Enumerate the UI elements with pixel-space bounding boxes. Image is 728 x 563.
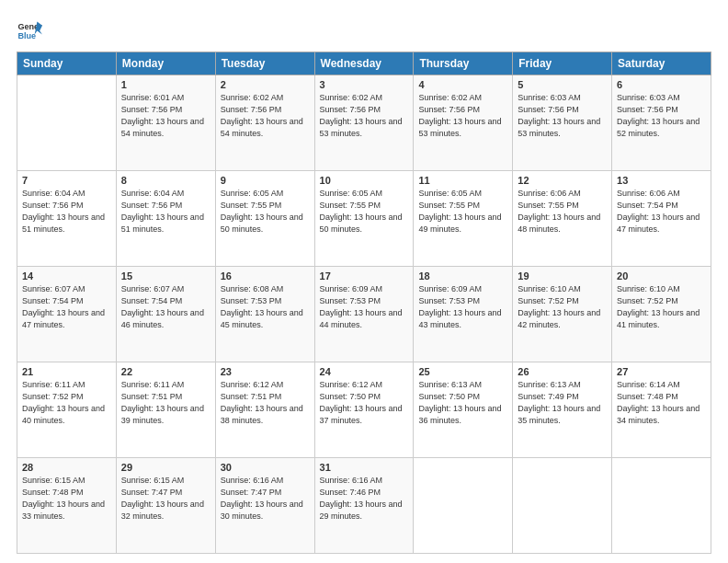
day-info: Sunrise: 6:07 AM Sunset: 7:54 PM Dayligh… — [121, 283, 210, 331]
day-number: 2 — [221, 79, 310, 90]
day-info: Sunrise: 6:16 AM Sunset: 7:46 PM Dayligh… — [320, 475, 409, 523]
day-info: Sunrise: 6:16 AM Sunset: 7:47 PM Dayligh… — [221, 475, 310, 523]
weekday-header: Saturday — [612, 52, 711, 75]
day-number: 25 — [418, 366, 507, 377]
calendar-cell: 19 Sunrise: 6:10 AM Sunset: 7:52 PM Dayl… — [513, 267, 612, 362]
calendar-cell: 7 Sunrise: 6:04 AM Sunset: 7:56 PM Dayli… — [17, 171, 117, 267]
day-info: Sunrise: 6:09 AM Sunset: 7:53 PM Dayligh… — [320, 283, 409, 331]
calendar-cell: 12 Sunrise: 6:06 AM Sunset: 7:55 PM Dayl… — [513, 171, 612, 267]
calendar-cell: 23 Sunrise: 6:12 AM Sunset: 7:51 PM Dayl… — [215, 362, 314, 458]
calendar-cell: 16 Sunrise: 6:08 AM Sunset: 7:53 PM Dayl… — [215, 267, 314, 362]
day-number: 17 — [320, 270, 409, 282]
day-number: 6 — [617, 79, 706, 90]
day-info: Sunrise: 6:11 AM Sunset: 7:52 PM Dayligh… — [22, 379, 111, 427]
day-number: 11 — [418, 175, 507, 186]
calendar-cell: 5 Sunrise: 6:03 AM Sunset: 7:56 PM Dayli… — [513, 75, 612, 171]
day-info: Sunrise: 6:12 AM Sunset: 7:50 PM Dayligh… — [320, 379, 409, 427]
day-number: 31 — [320, 462, 409, 473]
calendar-cell — [17, 75, 117, 171]
calendar-cell: 24 Sunrise: 6:12 AM Sunset: 7:50 PM Dayl… — [314, 362, 414, 458]
calendar-cell: 2 Sunrise: 6:02 AM Sunset: 7:56 PM Dayli… — [215, 75, 314, 171]
calendar-cell: 1 Sunrise: 6:01 AM Sunset: 7:56 PM Dayli… — [116, 75, 215, 171]
day-number: 19 — [518, 270, 607, 282]
calendar-cell: 8 Sunrise: 6:04 AM Sunset: 7:56 PM Dayli… — [116, 171, 215, 267]
day-number: 8 — [121, 175, 210, 186]
day-info: Sunrise: 6:12 AM Sunset: 7:51 PM Dayligh… — [221, 379, 310, 427]
day-info: Sunrise: 6:03 AM Sunset: 7:56 PM Dayligh… — [617, 92, 706, 140]
day-info: Sunrise: 6:14 AM Sunset: 7:48 PM Dayligh… — [617, 379, 706, 427]
day-info: Sunrise: 6:01 AM Sunset: 7:56 PM Dayligh… — [121, 92, 210, 140]
calendar-cell: 11 Sunrise: 6:05 AM Sunset: 7:55 PM Dayl… — [414, 171, 513, 267]
logo: General Blue — [17, 17, 46, 42]
calendar-cell: 26 Sunrise: 6:13 AM Sunset: 7:49 PM Dayl… — [513, 362, 612, 458]
day-number: 16 — [221, 270, 310, 282]
day-info: Sunrise: 6:02 AM Sunset: 7:56 PM Dayligh… — [221, 92, 310, 140]
page: General Blue SundayMondayTuesdayWednesda… — [0, 0, 728, 563]
weekday-header: Monday — [116, 52, 215, 75]
day-number: 21 — [22, 366, 111, 377]
day-number: 22 — [121, 366, 210, 377]
day-number: 13 — [617, 175, 706, 186]
day-info: Sunrise: 6:08 AM Sunset: 7:53 PM Dayligh… — [221, 283, 310, 331]
day-info: Sunrise: 6:11 AM Sunset: 7:51 PM Dayligh… — [121, 379, 210, 427]
weekday-header: Tuesday — [215, 52, 314, 75]
calendar-cell: 9 Sunrise: 6:05 AM Sunset: 7:55 PM Dayli… — [215, 171, 314, 267]
calendar-week-row: 14 Sunrise: 6:07 AM Sunset: 7:54 PM Dayl… — [17, 267, 711, 362]
day-number: 27 — [617, 366, 706, 377]
calendar-week-row: 21 Sunrise: 6:11 AM Sunset: 7:52 PM Dayl… — [17, 362, 711, 458]
day-number: 29 — [121, 462, 210, 473]
day-info: Sunrise: 6:02 AM Sunset: 7:56 PM Dayligh… — [320, 92, 409, 140]
day-info: Sunrise: 6:04 AM Sunset: 7:56 PM Dayligh… — [121, 188, 210, 236]
day-number: 9 — [221, 175, 310, 186]
day-info: Sunrise: 6:07 AM Sunset: 7:54 PM Dayligh… — [22, 283, 111, 331]
day-info: Sunrise: 6:03 AM Sunset: 7:56 PM Dayligh… — [518, 92, 607, 140]
calendar-cell — [612, 458, 711, 554]
weekday-header: Sunday — [17, 52, 117, 75]
day-info: Sunrise: 6:09 AM Sunset: 7:53 PM Dayligh… — [418, 283, 507, 331]
day-number: 28 — [22, 462, 111, 473]
day-info: Sunrise: 6:06 AM Sunset: 7:54 PM Dayligh… — [617, 188, 706, 236]
day-number: 24 — [320, 366, 409, 377]
calendar-cell: 31 Sunrise: 6:16 AM Sunset: 7:46 PM Dayl… — [314, 458, 414, 554]
calendar-cell: 6 Sunrise: 6:03 AM Sunset: 7:56 PM Dayli… — [612, 75, 711, 171]
day-number: 26 — [518, 366, 607, 377]
day-info: Sunrise: 6:13 AM Sunset: 7:49 PM Dayligh… — [518, 379, 607, 427]
day-number: 5 — [518, 79, 607, 90]
day-info: Sunrise: 6:05 AM Sunset: 7:55 PM Dayligh… — [221, 188, 310, 236]
day-number: 30 — [221, 462, 310, 473]
calendar-cell — [513, 458, 612, 554]
calendar-cell: 13 Sunrise: 6:06 AM Sunset: 7:54 PM Dayl… — [612, 171, 711, 267]
day-info: Sunrise: 6:10 AM Sunset: 7:52 PM Dayligh… — [518, 283, 607, 331]
day-info: Sunrise: 6:04 AM Sunset: 7:56 PM Dayligh… — [22, 188, 111, 236]
calendar-cell: 20 Sunrise: 6:10 AM Sunset: 7:52 PM Dayl… — [612, 267, 711, 362]
day-info: Sunrise: 6:13 AM Sunset: 7:50 PM Dayligh… — [418, 379, 507, 427]
day-number: 10 — [320, 175, 409, 186]
day-number: 4 — [418, 79, 507, 90]
calendar-cell: 15 Sunrise: 6:07 AM Sunset: 7:54 PM Dayl… — [116, 267, 215, 362]
calendar-cell: 29 Sunrise: 6:15 AM Sunset: 7:47 PM Dayl… — [116, 458, 215, 554]
calendar-cell: 21 Sunrise: 6:11 AM Sunset: 7:52 PM Dayl… — [17, 362, 117, 458]
day-info: Sunrise: 6:10 AM Sunset: 7:52 PM Dayligh… — [617, 283, 706, 331]
weekday-header: Friday — [513, 52, 612, 75]
header-row: SundayMondayTuesdayWednesdayThursdayFrid… — [17, 52, 711, 75]
day-number: 23 — [221, 366, 310, 377]
calendar-week-row: 28 Sunrise: 6:15 AM Sunset: 7:48 PM Dayl… — [17, 458, 711, 554]
calendar-cell: 14 Sunrise: 6:07 AM Sunset: 7:54 PM Dayl… — [17, 267, 117, 362]
calendar-cell: 10 Sunrise: 6:05 AM Sunset: 7:55 PM Dayl… — [314, 171, 414, 267]
svg-text:Blue: Blue — [17, 31, 36, 40]
calendar-cell: 4 Sunrise: 6:02 AM Sunset: 7:56 PM Dayli… — [414, 75, 513, 171]
day-info: Sunrise: 6:15 AM Sunset: 7:47 PM Dayligh… — [121, 475, 210, 523]
day-number: 12 — [518, 175, 607, 186]
day-info: Sunrise: 6:06 AM Sunset: 7:55 PM Dayligh… — [518, 188, 607, 236]
logo-icon: General Blue — [17, 17, 42, 42]
calendar-cell: 17 Sunrise: 6:09 AM Sunset: 7:53 PM Dayl… — [314, 267, 414, 362]
calendar-cell — [414, 458, 513, 554]
day-number: 7 — [22, 175, 111, 186]
day-info: Sunrise: 6:05 AM Sunset: 7:55 PM Dayligh… — [418, 188, 507, 236]
day-number: 20 — [617, 270, 706, 282]
calendar-week-row: 7 Sunrise: 6:04 AM Sunset: 7:56 PM Dayli… — [17, 171, 711, 267]
calendar-week-row: 1 Sunrise: 6:01 AM Sunset: 7:56 PM Dayli… — [17, 75, 711, 171]
calendar-cell: 27 Sunrise: 6:14 AM Sunset: 7:48 PM Dayl… — [612, 362, 711, 458]
day-info: Sunrise: 6:02 AM Sunset: 7:56 PM Dayligh… — [418, 92, 507, 140]
calendar-cell: 3 Sunrise: 6:02 AM Sunset: 7:56 PM Dayli… — [314, 75, 414, 171]
